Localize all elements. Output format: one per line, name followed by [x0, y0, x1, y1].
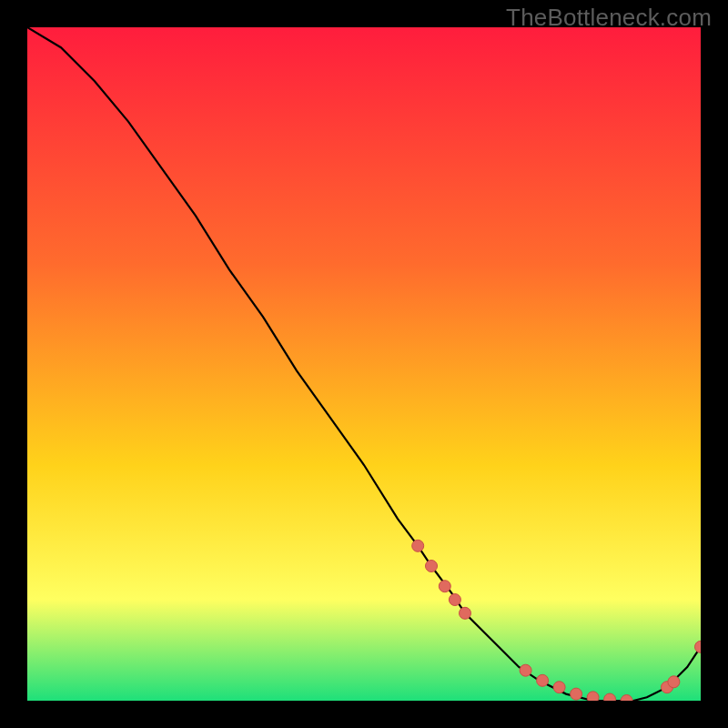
marker-cluster-top-3	[439, 581, 450, 592]
marker-cluster-bottom-6	[604, 693, 616, 701]
marker-cluster-bottom-2	[537, 674, 549, 686]
plot-area	[27, 27, 701, 701]
marker-cluster-bottom-3	[553, 682, 565, 693]
marker-cluster-top-5	[460, 607, 471, 619]
chart-frame: TheBottleneck.com	[0, 0, 728, 728]
marker-cluster-bottom-5	[587, 692, 599, 701]
marker-cluster-top-2	[426, 561, 438, 572]
gradient-background	[27, 27, 701, 701]
marker-cluster-top-1	[412, 540, 424, 551]
marker-cluster-top-4	[449, 594, 460, 606]
marker-cluster-bottom-4	[571, 688, 582, 700]
chart-svg	[27, 27, 701, 701]
marker-cluster-bottom-1	[520, 664, 531, 676]
marker-cluster-right-2	[668, 676, 680, 688]
